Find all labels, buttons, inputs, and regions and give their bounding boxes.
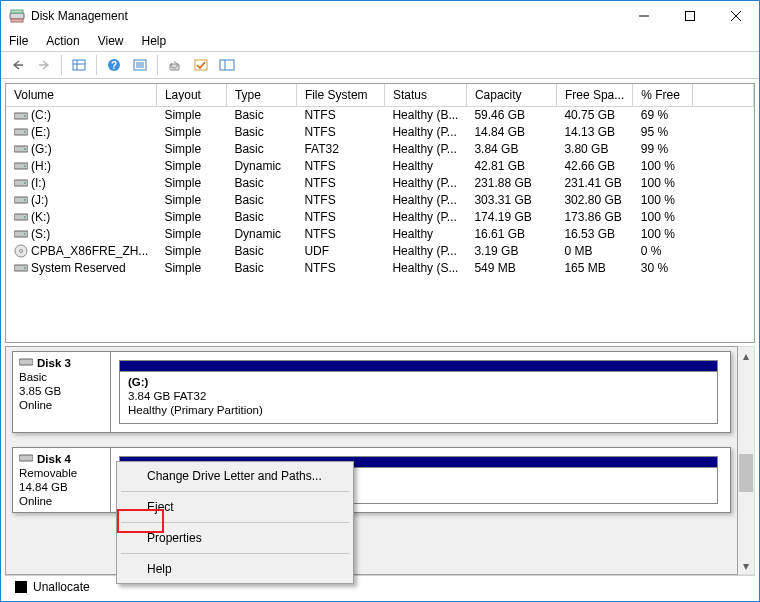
table-row[interactable]: (H:)SimpleDynamicNTFSHealthy42.81 GB42.6… xyxy=(6,157,754,174)
scroll-thumb[interactable] xyxy=(739,454,753,492)
minimize-button[interactable] xyxy=(621,1,667,31)
cell-fs: NTFS xyxy=(296,225,384,242)
help-icon[interactable]: ? xyxy=(103,54,125,76)
col-pctfree[interactable]: % Free xyxy=(633,84,693,106)
menu-properties[interactable]: Properties xyxy=(119,526,351,550)
table-row[interactable]: System ReservedSimpleBasicNTFSHealthy (S… xyxy=(6,259,754,276)
partition-letter: (G:) xyxy=(128,375,709,389)
cell-type: Dynamic xyxy=(226,157,296,174)
col-status[interactable]: Status xyxy=(384,84,466,106)
cell-fs: NTFS xyxy=(296,174,384,191)
cell-fs: NTFS xyxy=(296,106,384,123)
back-button[interactable] xyxy=(7,54,29,76)
view-grid-icon[interactable] xyxy=(68,54,90,76)
table-row[interactable]: (C:)SimpleBasicNTFSHealthy (B...59.46 GB… xyxy=(6,106,754,123)
svg-rect-2 xyxy=(11,19,23,22)
disk-graphical-pane[interactable]: Disk 3 Basic 3.85 GB Online (G:) 3.84 GB… xyxy=(5,346,738,575)
disk-management-window: Disk Management File Action View Help ? … xyxy=(0,0,760,602)
check-icon[interactable] xyxy=(190,54,212,76)
menu-eject[interactable]: Eject xyxy=(119,495,351,519)
table-row[interactable]: (I:)SimpleBasicNTFSHealthy (P...231.88 G… xyxy=(6,174,754,191)
disk-type: Removable xyxy=(19,466,104,480)
svg-rect-18 xyxy=(220,60,234,70)
cell-layout: Simple xyxy=(156,174,226,191)
cell-fs: UDF xyxy=(296,242,384,259)
drive-icon xyxy=(14,127,28,138)
refresh-icon[interactable] xyxy=(164,54,186,76)
cell-free: 173.86 GB xyxy=(556,208,632,225)
menu-change-drive-letter[interactable]: Change Drive Letter and Paths... xyxy=(119,464,351,488)
cell-free: 302.80 GB xyxy=(556,191,632,208)
cell-type: Basic xyxy=(226,191,296,208)
cell-layout: Simple xyxy=(156,208,226,225)
col-type[interactable]: Type xyxy=(226,84,296,106)
titlebar[interactable]: Disk Management xyxy=(1,1,759,31)
table-header-row: Volume Layout Type File System Status Ca… xyxy=(6,84,754,106)
disk-info: Disk 3 Basic 3.85 GB Online xyxy=(13,352,111,432)
cell-status: Healthy xyxy=(384,225,466,242)
partition-g[interactable]: (G:) 3.84 GB FAT32 Healthy (Primary Part… xyxy=(119,360,718,424)
cell-capacity: 303.31 GB xyxy=(466,191,556,208)
svg-point-23 xyxy=(24,131,26,133)
scroll-up-icon[interactable]: ▴ xyxy=(738,347,754,364)
table-row[interactable]: (S:)SimpleDynamicNTFSHealthy16.61 GB16.5… xyxy=(6,225,754,242)
cell-status: Healthy (B... xyxy=(384,106,466,123)
col-filesystem[interactable]: File System xyxy=(296,84,384,106)
cell-capacity: 16.61 GB xyxy=(466,225,556,242)
volume-name: (S:) xyxy=(31,227,50,241)
svg-point-27 xyxy=(24,165,26,167)
cell-pct: 99 % xyxy=(633,140,693,157)
col-capacity[interactable]: Capacity xyxy=(466,84,556,106)
menu-help[interactable]: Help xyxy=(119,557,351,581)
col-spacer xyxy=(693,84,754,106)
volume-list-pane[interactable]: Volume Layout Type File System Status Ca… xyxy=(5,83,755,343)
svg-rect-17 xyxy=(195,60,207,70)
disk-icon xyxy=(19,356,33,370)
table-row[interactable]: (J:)SimpleBasicNTFSHealthy (P...303.31 G… xyxy=(6,191,754,208)
menu-file[interactable]: File xyxy=(9,34,28,48)
cell-type: Basic xyxy=(226,174,296,191)
cell-free: 3.80 GB xyxy=(556,140,632,157)
properties-icon[interactable] xyxy=(216,54,238,76)
cell-layout: Simple xyxy=(156,106,226,123)
svg-rect-0 xyxy=(10,13,24,19)
cell-capacity: 42.81 GB xyxy=(466,157,556,174)
menu-action[interactable]: Action xyxy=(46,34,79,48)
volume-name: (E:) xyxy=(31,125,50,139)
scrollbar-vertical[interactable]: ▴ ▾ xyxy=(738,346,755,575)
svg-point-37 xyxy=(20,250,23,253)
col-layout[interactable]: Layout xyxy=(156,84,226,106)
cell-status: Healthy (P... xyxy=(384,208,466,225)
disk-title: Disk 4 xyxy=(37,452,71,466)
toolbar: ? xyxy=(1,51,759,79)
disk-row-disk3[interactable]: Disk 3 Basic 3.85 GB Online (G:) 3.84 GB… xyxy=(12,351,731,433)
cell-status: Healthy xyxy=(384,157,466,174)
cell-layout: Simple xyxy=(156,140,226,157)
legend-label-unallocated: Unallocate xyxy=(33,580,90,594)
svg-rect-40 xyxy=(19,359,33,365)
menu-help[interactable]: Help xyxy=(142,34,167,48)
cell-status: Healthy (P... xyxy=(384,140,466,157)
table-row[interactable]: (E:)SimpleBasicNTFSHealthy (P...14.84 GB… xyxy=(6,123,754,140)
table-row[interactable]: CPBA_X86FRE_ZH...SimpleBasicUDFHealthy (… xyxy=(6,242,754,259)
cell-capacity: 59.46 GB xyxy=(466,106,556,123)
forward-button[interactable] xyxy=(33,54,55,76)
disk-size: 3.85 GB xyxy=(19,384,104,398)
menu-view[interactable]: View xyxy=(98,34,124,48)
settings-list-icon[interactable] xyxy=(129,54,151,76)
col-volume[interactable]: Volume xyxy=(6,84,156,106)
table-row[interactable]: (K:)SimpleBasicNTFSHealthy (P...174.19 G… xyxy=(6,208,754,225)
scroll-down-icon[interactable]: ▾ xyxy=(738,557,754,574)
cell-capacity: 549 MB xyxy=(466,259,556,276)
menubar: File Action View Help xyxy=(1,31,759,51)
volume-name: (C:) xyxy=(31,108,51,122)
maximize-button[interactable] xyxy=(667,1,713,31)
volume-name: (I:) xyxy=(31,176,46,190)
cell-fs: NTFS xyxy=(296,259,384,276)
cell-type: Basic xyxy=(226,242,296,259)
col-free[interactable]: Free Spa... xyxy=(556,84,632,106)
drive-icon xyxy=(14,195,28,206)
cell-pct: 100 % xyxy=(633,191,693,208)
close-button[interactable] xyxy=(713,1,759,31)
table-row[interactable]: (G:)SimpleBasicFAT32Healthy (P...3.84 GB… xyxy=(6,140,754,157)
